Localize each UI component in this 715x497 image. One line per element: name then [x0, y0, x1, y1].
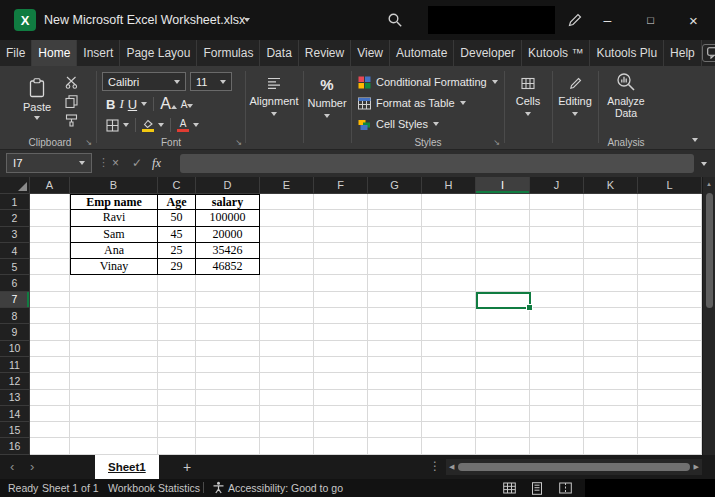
row-header-12[interactable]: 12 — [0, 373, 30, 389]
cell-i11[interactable] — [476, 357, 530, 373]
cell-a7[interactable] — [30, 292, 70, 308]
cell-e3[interactable] — [260, 227, 314, 243]
ribbon-group-number[interactable]: % Number — [305, 66, 349, 150]
cell-f2[interactable] — [314, 210, 368, 226]
cell-g3[interactable] — [368, 227, 422, 243]
cell-b5[interactable]: Vinay — [70, 259, 158, 275]
cell-l4[interactable] — [638, 243, 702, 259]
cell-i6[interactable] — [476, 275, 530, 291]
cell-i9[interactable] — [476, 324, 530, 340]
row-header-1[interactable]: 1 — [0, 194, 30, 210]
row-header-9[interactable]: 9 — [0, 324, 30, 340]
cell-j16[interactable] — [530, 438, 584, 454]
cell-j11[interactable] — [530, 357, 584, 373]
cell-e6[interactable] — [260, 275, 314, 291]
cell-c10[interactable] — [158, 341, 196, 357]
cell-a15[interactable] — [30, 422, 70, 438]
insert-function-button[interactable]: fx — [152, 156, 161, 171]
prev-sheet-button[interactable]: ‹ — [10, 459, 14, 474]
cell-g4[interactable] — [368, 243, 422, 259]
cancel-button[interactable]: × — [112, 156, 119, 170]
styles-dialog-launcher-icon[interactable]: ↘ — [493, 139, 500, 147]
cell-k7[interactable] — [584, 292, 638, 308]
cell-k13[interactable] — [584, 390, 638, 406]
cell-j2[interactable] — [530, 210, 584, 226]
bold-button[interactable]: B — [106, 97, 115, 112]
normal-view-button[interactable] — [502, 481, 516, 495]
cell-e15[interactable] — [260, 422, 314, 438]
cell-d9[interactable] — [196, 324, 260, 340]
cell-f5[interactable] — [314, 259, 368, 275]
cell-c8[interactable] — [158, 308, 196, 324]
enter-button[interactable]: ✓ — [132, 156, 142, 170]
shrink-font-button[interactable]: A — [181, 99, 194, 110]
cell-a1[interactable] — [30, 194, 70, 210]
cell-f9[interactable] — [314, 324, 368, 340]
cell-a11[interactable] — [30, 357, 70, 373]
cell-c15[interactable] — [158, 422, 196, 438]
cell-e8[interactable] — [260, 308, 314, 324]
font-name-combo[interactable]: Calibri — [102, 72, 186, 91]
cell-b4[interactable]: Ana — [70, 243, 158, 259]
cell-c11[interactable] — [158, 357, 196, 373]
cell-j10[interactable] — [530, 341, 584, 357]
cell-b6[interactable] — [70, 275, 158, 291]
menu-tab-file[interactable]: File — [0, 40, 32, 66]
cell-c3[interactable]: 45 — [158, 227, 196, 243]
cell-f8[interactable] — [314, 308, 368, 324]
cell-i4[interactable] — [476, 243, 530, 259]
cell-b10[interactable] — [70, 341, 158, 357]
cell-l1[interactable] — [638, 194, 702, 210]
cell-l11[interactable] — [638, 357, 702, 373]
cell-h10[interactable] — [422, 341, 476, 357]
cell-d12[interactable] — [196, 373, 260, 389]
cell-b7[interactable] — [70, 292, 158, 308]
cell-e16[interactable] — [260, 438, 314, 454]
title-chevron-down-icon[interactable] — [244, 18, 250, 22]
cell-b15[interactable] — [70, 422, 158, 438]
cell-j15[interactable] — [530, 422, 584, 438]
cell-d4[interactable]: 35426 — [196, 243, 260, 259]
cell-j12[interactable] — [530, 373, 584, 389]
clipboard-dialog-launcher-icon[interactable]: ↘ — [85, 139, 92, 147]
cell-g9[interactable] — [368, 324, 422, 340]
next-sheet-button[interactable]: › — [30, 459, 34, 474]
cell-g14[interactable] — [368, 406, 422, 422]
horizontal-scroll-thumb[interactable] — [458, 463, 689, 471]
ribbon-group-editing[interactable]: Editing — [554, 66, 596, 150]
cell-i16[interactable] — [476, 438, 530, 454]
column-header-g[interactable]: G — [368, 177, 422, 194]
cell-b12[interactable] — [70, 373, 158, 389]
cell-d8[interactable] — [196, 308, 260, 324]
expand-formula-bar-icon[interactable] — [701, 162, 707, 166]
cell-j8[interactable] — [530, 308, 584, 324]
comments-button[interactable] — [702, 44, 715, 62]
cell-styles-button[interactable]: Cell Styles — [358, 115, 439, 133]
cell-k5[interactable] — [584, 259, 638, 275]
row-header-5[interactable]: 5 — [0, 259, 30, 275]
cell-h14[interactable] — [422, 406, 476, 422]
cell-d15[interactable] — [196, 422, 260, 438]
cell-i5[interactable] — [476, 259, 530, 275]
format-painter-button[interactable] — [62, 112, 80, 128]
cell-a9[interactable] — [30, 324, 70, 340]
cell-b16[interactable] — [70, 438, 158, 454]
cell-e2[interactable] — [260, 210, 314, 226]
menu-tab-formulas[interactable]: Formulas — [197, 40, 260, 66]
page-layout-view-button[interactable] — [530, 481, 544, 495]
cell-b13[interactable] — [70, 390, 158, 406]
cell-h8[interactable] — [422, 308, 476, 324]
cell-l16[interactable] — [638, 438, 702, 454]
cell-d14[interactable] — [196, 406, 260, 422]
cell-l7[interactable] — [638, 292, 702, 308]
vertical-scroll-thumb[interactable] — [706, 193, 713, 308]
cell-g11[interactable] — [368, 357, 422, 373]
cell-b11[interactable] — [70, 357, 158, 373]
cell-c16[interactable] — [158, 438, 196, 454]
cell-e7[interactable] — [260, 292, 314, 308]
cell-k9[interactable] — [584, 324, 638, 340]
menu-tab-automate[interactable]: Automate — [390, 40, 454, 66]
conditional-formatting-button[interactable]: Conditional Formatting — [358, 73, 498, 91]
cell-h4[interactable] — [422, 243, 476, 259]
menu-tab-kutools[interactable]: Kutools ™ — [522, 40, 590, 66]
